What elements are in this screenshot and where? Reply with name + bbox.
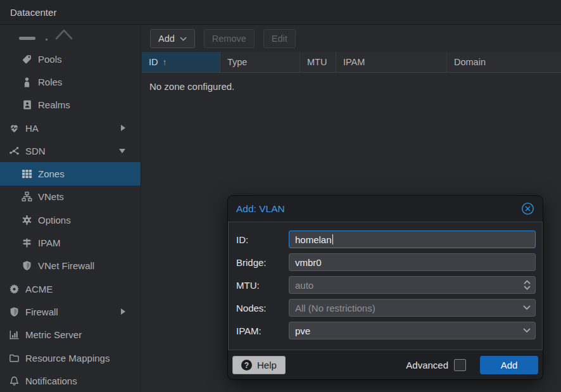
column-label: Type <box>227 57 247 67</box>
partial-item-dot <box>46 39 47 41</box>
chevron-down-icon <box>180 37 187 41</box>
sidebar-item-vnets[interactable]: VNets <box>0 186 141 208</box>
sidebar-item-realms[interactable]: Realms <box>0 94 141 117</box>
add-vlan-dialog: Add: VLAN ID: homelan Bridge: vmbr0 MTU: <box>228 196 543 379</box>
field-row-bridge: Bridge: vmbr0 <box>236 253 536 271</box>
sidebar-item-label: VNets <box>38 191 64 202</box>
sitemap-icon <box>22 191 32 202</box>
sidebar-item-metric-server[interactable]: Metric Server <box>0 324 141 346</box>
tags-icon <box>22 54 32 65</box>
toolbar: Add Remove Edit <box>142 25 561 52</box>
field-row-id: ID: homelan <box>236 231 536 248</box>
chevron-down-icon[interactable] <box>523 328 531 333</box>
ipam-dropdown-value: pve <box>295 326 310 336</box>
bar-chart-icon <box>9 329 20 340</box>
sidebar-item-roles[interactable]: Roles <box>0 70 141 93</box>
close-icon <box>521 202 534 215</box>
sidebar-item-notifications[interactable]: Notifications <box>0 369 141 392</box>
column-header-type[interactable]: Type <box>220 52 300 72</box>
sidebar-item-label: HA <box>25 123 39 134</box>
gear-icon <box>22 215 32 225</box>
caret-right-icon[interactable] <box>121 125 125 131</box>
sidebar-item-partial[interactable] <box>0 25 141 47</box>
sidebar-item-label: Pools <box>38 54 62 65</box>
sidebar-item-pools[interactable]: Pools <box>0 47 141 70</box>
column-label: IPAM <box>343 57 365 67</box>
advanced-checkbox[interactable] <box>454 359 466 371</box>
text-caret <box>332 234 333 244</box>
page-title: Datacenter <box>10 7 56 18</box>
sort-asc-icon: ↑ <box>163 57 167 67</box>
table-header: ID ↑ Type MTU IPAM Domain <box>142 52 561 73</box>
sidebar-item-label: Options <box>38 215 71 225</box>
signpost-icon <box>22 237 32 248</box>
sidebar-item-label: VNet Firewall <box>38 260 94 271</box>
close-button[interactable] <box>521 202 534 215</box>
nodes-field-label: Nodes: <box>236 303 289 313</box>
help-button[interactable]: ? Help <box>232 356 286 374</box>
top-bar: Datacenter <box>0 0 561 25</box>
sidebar-item-label: Notifications <box>25 376 77 386</box>
remove-button[interactable]: Remove <box>204 29 255 48</box>
submit-add-button[interactable]: Add <box>480 356 538 374</box>
column-header-ipam[interactable]: IPAM <box>336 52 447 72</box>
sidebar-item-label: Resource Mappings <box>25 353 110 364</box>
add-button[interactable]: Add <box>150 29 195 48</box>
id-input[interactable]: homelan <box>289 231 536 248</box>
sidebar-item-label: Roles <box>38 77 62 87</box>
sidebar-item-options[interactable]: Options <box>0 208 141 231</box>
sidebar-item-label: IPAM <box>38 237 61 248</box>
column-label: ID <box>149 57 158 67</box>
grid-icon <box>22 168 32 179</box>
dialog-body: ID: homelan Bridge: vmbr0 MTU: auto <box>228 222 543 350</box>
mtu-spinner[interactable]: auto <box>289 276 536 294</box>
edit-button-label: Edit <box>272 34 287 44</box>
column-label: Domain <box>454 57 486 67</box>
remove-button-label: Remove <box>212 34 246 44</box>
field-row-mtu: MTU: auto <box>236 276 536 294</box>
column-header-domain[interactable]: Domain <box>447 52 561 72</box>
sidebar-item-sdn[interactable]: SDN <box>0 139 141 162</box>
sidebar-item-firewall[interactable]: Firewall <box>0 300 141 323</box>
chevron-down-icon[interactable] <box>523 305 531 310</box>
partial-item-icon <box>19 37 35 40</box>
nodes-dropdown[interactable]: All (No restrictions) <box>289 299 536 317</box>
sidebar-item-label: Realms <box>38 99 70 110</box>
sidebar-item-ha[interactable]: HA <box>0 117 141 139</box>
sidebar-item-vnet-firewall[interactable]: VNet Firewall <box>0 255 141 277</box>
mtu-field-label: MTU: <box>236 280 289 291</box>
ipam-field-label: IPAM: <box>236 326 289 336</box>
sidebar-item-ipam[interactable]: IPAM <box>0 231 141 254</box>
sidebar-item-acme[interactable]: ACME <box>0 277 141 300</box>
submit-add-label: Add <box>501 360 518 370</box>
id-field-label: ID: <box>236 234 289 245</box>
sidebar-item-label: SDN <box>25 146 46 156</box>
dialog-title: Add: VLAN <box>236 203 521 215</box>
spinner-up-icon[interactable] <box>524 280 531 284</box>
edit-button[interactable]: Edit <box>263 29 296 48</box>
user-icon <box>22 77 32 87</box>
sidebar-item-label: Metric Server <box>25 329 82 340</box>
ipam-dropdown[interactable]: pve <box>289 322 536 339</box>
heartbeat-icon <box>9 123 20 134</box>
column-header-id[interactable]: ID ↑ <box>142 52 220 72</box>
add-button-label: Add <box>158 34 175 44</box>
network-nodes-icon <box>9 146 20 156</box>
column-header-mtu[interactable]: MTU <box>300 52 336 72</box>
empty-table-message: No zone configured. <box>142 73 561 92</box>
dialog-footer: ? Help Advanced Add <box>228 351 543 379</box>
column-label: MTU <box>307 57 327 67</box>
sidebar-item-zones[interactable]: Zones <box>0 162 141 185</box>
caret-down-icon[interactable] <box>119 149 125 153</box>
folder-icon <box>9 353 20 364</box>
bridge-field-label: Bridge: <box>236 257 289 268</box>
field-row-ipam: IPAM: pve <box>236 322 536 339</box>
caret-right-icon[interactable] <box>121 308 125 315</box>
bridge-input[interactable]: vmbr0 <box>289 253 536 271</box>
sidebar-item-resource-mappings[interactable]: Resource Mappings <box>0 346 141 369</box>
dialog-header[interactable]: Add: VLAN <box>228 196 543 222</box>
spinner-down-icon[interactable] <box>524 286 531 290</box>
question-mark-icon: ? <box>241 360 252 370</box>
mtu-input-value: auto <box>295 280 313 291</box>
certificate-icon <box>9 284 20 294</box>
